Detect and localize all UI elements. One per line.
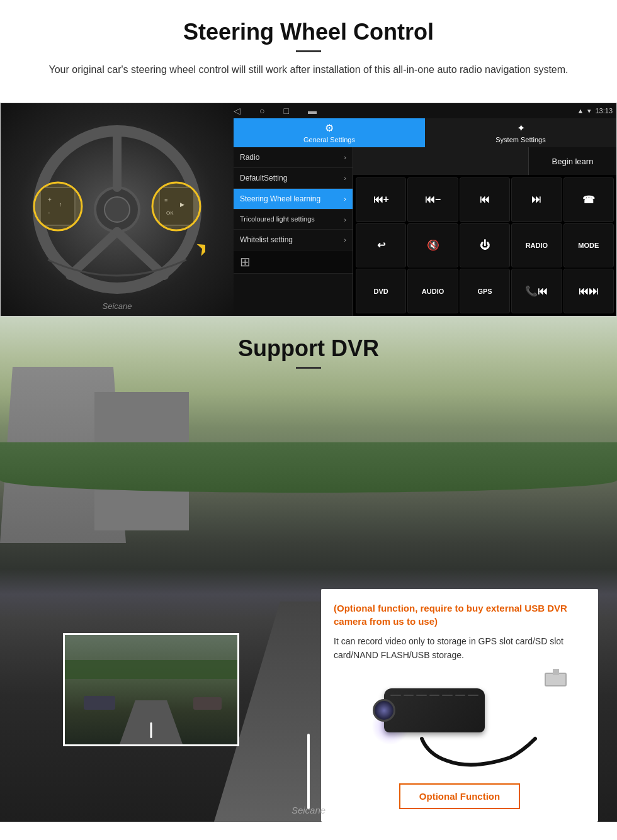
android-ui: ◁ ○ □ ▬ ▲ ▾ 13:13 ⚙ General Settings ✦ S… bbox=[234, 103, 616, 316]
ctrl-btn-next[interactable]: ⏭ bbox=[511, 177, 562, 222]
dvr-camera-image bbox=[334, 673, 586, 773]
usb-connector bbox=[545, 673, 567, 686]
optional-function-button[interactable]: Optional Function bbox=[399, 783, 520, 809]
power-icon: ⏻ bbox=[480, 240, 490, 251]
section1-subtitle: Your original car's steering wheel contr… bbox=[38, 62, 579, 77]
tab-system-settings[interactable]: ✦ System Settings bbox=[425, 118, 616, 147]
product-camera bbox=[353, 669, 567, 776]
section2-title: Support DVR bbox=[0, 335, 617, 362]
ctrl-btn-mode[interactable]: MODE bbox=[563, 223, 614, 268]
android-tabs: ⚙ General Settings ✦ System Settings bbox=[234, 118, 616, 147]
svg-line-4 bbox=[70, 232, 117, 276]
menu-list: Radio › DefaultSetting › Steering Wheel … bbox=[234, 147, 353, 316]
recent-icon[interactable]: □ bbox=[283, 106, 288, 116]
section1-steering-wheel: Steering Wheel Control Your original car… bbox=[0, 0, 617, 103]
prev-icon: ⏮ bbox=[480, 194, 490, 205]
empty-space bbox=[353, 147, 528, 175]
vol-up-icon: ⏮+ bbox=[373, 194, 389, 205]
ctrl-btn-dvd[interactable]: DVD bbox=[356, 269, 406, 313]
wifi-icon: ▾ bbox=[587, 107, 591, 115]
radio-label: RADIO bbox=[526, 242, 548, 249]
steering-photo: + - ↑ ≡ OK ▶ ➤ Seicane bbox=[1, 103, 234, 316]
optional-function-container: Optional Function bbox=[334, 783, 586, 809]
menu-item-radio[interactable]: Radio › bbox=[234, 147, 353, 168]
chevron-icon: › bbox=[344, 236, 346, 244]
svg-point-15 bbox=[152, 182, 200, 230]
dvr-description: It can record video only to storage in G… bbox=[334, 634, 586, 663]
ctrl-btn-audio[interactable]: AUDIO bbox=[407, 269, 458, 313]
camera-lens bbox=[373, 699, 395, 722]
signal-icon: ▲ bbox=[577, 107, 584, 115]
camera-vent bbox=[390, 695, 478, 696]
section1-divider bbox=[296, 50, 321, 52]
menu-icon[interactable]: ▬ bbox=[308, 106, 317, 116]
ctrl-btn-hangup[interactable]: ↩ bbox=[356, 223, 406, 268]
clock: 13:13 bbox=[595, 107, 613, 115]
call-icon: ☎ bbox=[582, 194, 595, 206]
dvr-content-row: (Optional function, require to buy exter… bbox=[0, 576, 617, 822]
camera-cable-svg bbox=[409, 701, 567, 776]
whitelist-icon: ⊞ bbox=[240, 254, 251, 269]
vol-down-icon: ⏮– bbox=[425, 194, 441, 205]
tab-general-label: General Settings bbox=[303, 136, 355, 143]
dvr-info-box: (Optional function, require to buy exter… bbox=[321, 589, 598, 822]
control-buttons-grid: ⏮+ ⏮– ⏮ ⏭ ☎ ↩ bbox=[353, 175, 616, 316]
menu-item-whitelist-icon[interactable]: ⊞ bbox=[234, 250, 353, 274]
gps-label: GPS bbox=[477, 288, 492, 295]
menu-item-default-setting[interactable]: DefaultSetting › bbox=[234, 168, 353, 189]
hangup-icon: ↩ bbox=[377, 239, 385, 251]
ctrl-btn-vol-up[interactable]: ⏮+ bbox=[356, 177, 406, 222]
begin-learn-row: Begin learn bbox=[353, 147, 616, 175]
tab-general-settings[interactable]: ⚙ General Settings bbox=[234, 118, 425, 147]
chevron-icon: › bbox=[344, 174, 346, 182]
tab-system-label: System Settings bbox=[495, 136, 545, 143]
ctrl-btn-prev[interactable]: ⏮ bbox=[460, 177, 510, 222]
steering-seicane-watermark: Seicane bbox=[103, 301, 132, 311]
ctrl-btn-call-prev[interactable]: 📞⏮ bbox=[511, 269, 562, 313]
chevron-icon: › bbox=[344, 216, 346, 223]
section2-header: Support DVR bbox=[0, 316, 617, 375]
steering-wheel-image: + - ↑ ≡ OK ▶ ➤ Seicane bbox=[1, 103, 234, 316]
svg-line-5 bbox=[117, 232, 164, 276]
begin-learn-button[interactable]: Begin learn bbox=[528, 147, 616, 175]
ctrl-btn-power[interactable]: ⏻ bbox=[460, 223, 510, 268]
menu-item-steering-wheel-learning[interactable]: Steering Wheel learning › bbox=[234, 189, 353, 210]
dvr-seicane-watermark: Seicane bbox=[292, 805, 325, 815]
dvd-label: DVD bbox=[374, 288, 388, 295]
android-nav-bar: ◁ ○ □ ▬ ▲ ▾ 13:13 bbox=[234, 103, 616, 118]
treeline bbox=[0, 442, 617, 493]
next-icon: ⏭ bbox=[531, 194, 541, 205]
ctrl-btn-gps[interactable]: GPS bbox=[460, 269, 510, 313]
section2-dvr: Support DVR (Optional function, require … bbox=[0, 316, 617, 822]
menu-item-tricoloured-light[interactable]: Tricoloured light settings › bbox=[234, 210, 353, 230]
chevron-icon: › bbox=[344, 195, 346, 203]
ctrl-btn-mute[interactable]: 🔇 bbox=[407, 223, 458, 268]
steering-wheel-svg: + - ↑ ≡ OK ▶ ➤ bbox=[29, 121, 205, 298]
ctrl-btn-vol-down[interactable]: ⏮– bbox=[407, 177, 458, 222]
back-icon[interactable]: ◁ bbox=[234, 106, 241, 116]
ctrl-btn-radio[interactable]: RADIO bbox=[511, 223, 562, 268]
mute-icon: 🔇 bbox=[427, 239, 439, 251]
svg-point-2 bbox=[105, 197, 130, 222]
mode-label: MODE bbox=[578, 242, 599, 249]
ui-panel-wrapper: + - ↑ ≡ OK ▶ ➤ Seicane ◁ ○ bbox=[0, 103, 617, 316]
home-icon[interactable]: ○ bbox=[259, 106, 264, 116]
gear-icon: ⚙ bbox=[325, 122, 334, 134]
section1-title: Steering Wheel Control bbox=[25, 19, 592, 45]
android-content: Radio › DefaultSetting › Steering Wheel … bbox=[234, 147, 616, 316]
section2-divider bbox=[296, 367, 321, 369]
prev-next-icon: ⏮⏭ bbox=[579, 286, 599, 297]
call-prev-icon: 📞⏮ bbox=[525, 285, 548, 297]
menu-item-whitelist-setting[interactable]: Whitelist setting › bbox=[234, 230, 353, 250]
ctrl-btn-call[interactable]: ☎ bbox=[563, 177, 614, 222]
ctrl-btn-prev-next[interactable]: ⏮⏭ bbox=[563, 269, 614, 313]
settings-icon: ✦ bbox=[517, 122, 525, 134]
audio-label: AUDIO bbox=[422, 288, 444, 295]
svg-point-14 bbox=[34, 182, 82, 230]
dvr-optional-title: (Optional function, require to buy exter… bbox=[334, 602, 586, 628]
control-panel: Begin learn ⏮+ ⏮– ⏮ ⏭ bbox=[353, 147, 616, 316]
chevron-icon: › bbox=[344, 154, 346, 161]
